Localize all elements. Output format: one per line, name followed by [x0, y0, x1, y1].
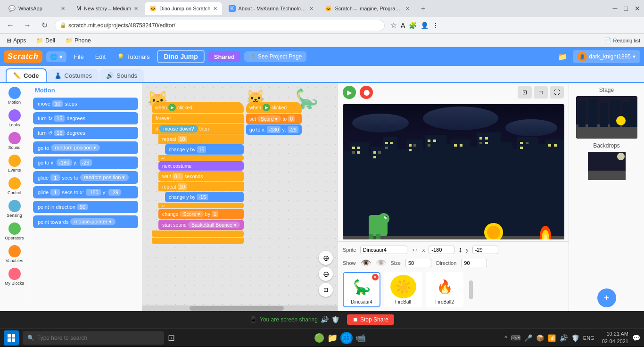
zoom-in-button[interactable]: ⊕: [319, 251, 333, 265]
forever-block[interactable]: forever: [152, 114, 244, 123]
mouse-down-reporter[interactable]: mouse down?: [159, 125, 198, 132]
when-flag-clicked-hat-2[interactable]: when ▶ clicked: [246, 102, 302, 113]
extension-adobe[interactable]: A: [401, 22, 405, 29]
next-costume-block[interactable]: next costume: [158, 161, 244, 171]
keyboard-icon[interactable]: ⌨: [511, 334, 520, 342]
refresh-button[interactable]: ↻: [38, 21, 51, 30]
category-looks[interactable]: Looks: [1, 107, 28, 129]
set-score-block[interactable]: set Score ▾ to 0: [246, 114, 302, 124]
sprite-item-dinosaur4[interactable]: ✕ 🦕 Dinosaur4: [343, 272, 380, 307]
close-icon[interactable]: ✕: [635, 5, 640, 12]
small-stage-button[interactable]: ⊡: [518, 86, 532, 99]
sprite-direction-input[interactable]: [461, 259, 487, 267]
tab-close[interactable]: ✕: [134, 6, 138, 12]
if-block[interactable]: if mouse down? then: [152, 123, 244, 134]
horizontal-scrollbar[interactable]: [142, 305, 338, 311]
scratch-logo[interactable]: Scratch: [4, 50, 42, 63]
show-eye-button[interactable]: 👁️: [361, 258, 371, 268]
change-y-15[interactable]: change y by 15: [165, 144, 244, 155]
tab-close[interactable]: ✕: [405, 6, 410, 12]
tab-whatsapp[interactable]: 💬 WhatsApp ✕: [4, 2, 70, 15]
stage-thumbnail[interactable]: [576, 96, 637, 139]
profile-icon[interactable]: 👤: [421, 22, 429, 29]
tab-sounds[interactable]: 🔊 Sounds: [99, 69, 144, 82]
block-goto-random[interactable]: go to random position ▾: [33, 141, 138, 154]
address-input[interactable]: 🔒 scratch.mit.edu/projects/487582470/edi…: [55, 20, 385, 31]
tab-scratch-active[interactable]: 🐱 Dino Jump on Scratch ✕: [145, 2, 222, 15]
scrollbar-thumb[interactable]: [190, 306, 284, 311]
zoom-icon[interactable]: 📹: [355, 333, 366, 343]
zoom-fit-button[interactable]: ⊡: [319, 283, 333, 297]
tab-mykarma[interactable]: K About - MyKarma Technolog... ✕: [224, 2, 318, 15]
block-glide-xy[interactable]: glide 1 secs to x: -180 y: -29: [33, 186, 138, 198]
tab-costumes[interactable]: 👗 Costumes: [48, 69, 99, 82]
back-button[interactable]: ←: [4, 21, 17, 30]
menu-icon[interactable]: ⋮: [432, 22, 439, 29]
change-score-block[interactable]: change Score ▾ by 1: [158, 209, 244, 219]
bookmark-dell[interactable]: 📁 Dell: [33, 36, 58, 45]
change-y-neg15[interactable]: change y by -15: [165, 192, 244, 202]
sprite-size-input[interactable]: [405, 259, 431, 267]
microphone-icon[interactable]: 🎤: [524, 334, 532, 342]
edge-icon[interactable]: 🌐: [340, 332, 353, 344]
tray-chevron[interactable]: ^: [504, 335, 507, 341]
stop-button[interactable]: ⬤: [360, 86, 373, 99]
file-explorer-icon[interactable]: 📁: [327, 333, 338, 343]
folder-icon-btn[interactable]: 📁: [556, 50, 569, 63]
notifications-icon[interactable]: 💬: [632, 334, 640, 342]
user-menu[interactable]: 👤 dark_knight1895 ▾: [573, 50, 640, 63]
sprite-name-input[interactable]: [360, 246, 407, 254]
project-title[interactable]: Dino Jump: [157, 50, 204, 63]
block-turn-cw[interactable]: turn ↻ 15 degrees: [33, 112, 138, 124]
language-selector[interactable]: 🌐 ▾: [46, 51, 66, 62]
sprite-delete-button[interactable]: ✕: [372, 274, 379, 280]
sprite-scroll-handle[interactable]: [467, 272, 475, 307]
block-point-direction[interactable]: point in direction 90: [33, 201, 138, 213]
backdrop-thumbnail[interactable]: [588, 152, 626, 180]
category-control[interactable]: Control: [1, 175, 28, 197]
repeat-10-block-2[interactable]: repeat 10: [158, 182, 244, 191]
bookmark-apps[interactable]: ⊞ Apps: [4, 36, 29, 45]
maximize-icon[interactable]: □: [624, 5, 628, 12]
start-button[interactable]: [4, 330, 19, 346]
network-icon[interactable]: 📶: [548, 334, 556, 342]
hide-eye-button[interactable]: 👁️: [376, 258, 386, 268]
nav-tutorials[interactable]: 💡 Tutorials: [113, 51, 153, 62]
bookmark-phone[interactable]: 📁 Phone: [63, 36, 94, 45]
category-operators[interactable]: Operators: [1, 221, 28, 242]
see-project-button[interactable]: 🔗 See Project Page: [244, 51, 306, 62]
tab-close-active[interactable]: ✕: [213, 6, 217, 12]
repeat-10-block[interactable]: repeat 10: [158, 134, 244, 144]
new-tab-button[interactable]: +: [416, 2, 429, 15]
task-view-button[interactable]: ⊡: [168, 333, 175, 343]
add-sprite-button[interactable]: +: [597, 288, 616, 307]
category-myblocks[interactable]: My Blocks: [1, 266, 28, 288]
minimize-icon[interactable]: ─: [613, 5, 618, 12]
chrome-icon[interactable]: 🟢: [314, 333, 324, 343]
forward-button[interactable]: →: [21, 21, 34, 30]
block-move[interactable]: move 10 steps: [33, 98, 138, 110]
fullscreen-button[interactable]: ⛶: [550, 86, 564, 99]
green-flag-button[interactable]: ▶: [343, 86, 356, 99]
reading-list-button[interactable]: 📄 Reading list: [605, 37, 640, 43]
volume-icon[interactable]: 🔊: [560, 334, 568, 342]
nav-edit[interactable]: Edit: [91, 51, 109, 62]
tab-code[interactable]: ✏️ Code: [6, 68, 47, 82]
category-sound[interactable]: Sound: [1, 130, 28, 152]
sprite-y-input[interactable]: [472, 246, 498, 254]
security-icon[interactable]: 🛡️: [571, 334, 579, 342]
start-sound-block[interactable]: start sound Basketball Bounce ▾: [158, 220, 244, 230]
when-flag-clicked-hat[interactable]: when ▶ clicked: [152, 102, 244, 113]
extensions-icon[interactable]: 🧩: [409, 22, 417, 29]
tab-scratch2[interactable]: 🐱 Scratch – Imagine, Program, S... ✕: [320, 2, 414, 15]
sprite-item-fireball[interactable]: ☀️ FireBall: [384, 272, 422, 307]
nav-file[interactable]: File: [70, 51, 88, 62]
tab-close[interactable]: ✕: [61, 6, 65, 12]
taskbar-search[interactable]: 🔍: [23, 331, 164, 345]
large-stage-button[interactable]: □: [534, 86, 548, 99]
taskbar-search-input[interactable]: [37, 335, 132, 341]
tab-close[interactable]: ✕: [309, 6, 314, 12]
block-glide-random[interactable]: glide 1 secs to random position ▾: [33, 171, 138, 184]
sprite-scrollbar[interactable]: [469, 280, 473, 299]
category-variables[interactable]: Variables: [1, 243, 28, 265]
